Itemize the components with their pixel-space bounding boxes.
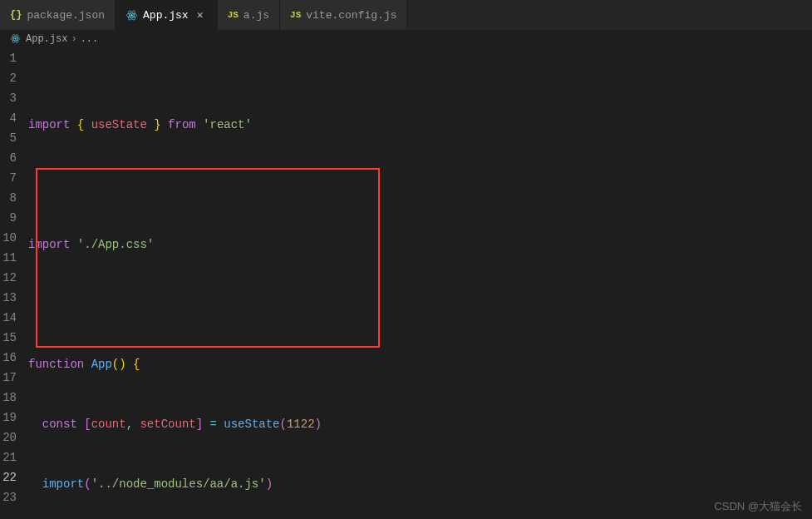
tab-a-js[interactable]: JS a.js bbox=[218, 0, 280, 30]
line-number: 21 bbox=[0, 447, 17, 467]
tab-label: App.jsx bbox=[143, 9, 189, 22]
line-number: 19 bbox=[0, 408, 17, 428]
line-number: 5 bbox=[0, 128, 17, 148]
tab-package-json[interactable]: {} package.json bbox=[0, 0, 116, 30]
tab-bar: {} package.json App.jsx ✕ JS a.js JS vit… bbox=[0, 0, 812, 30]
tab-app-jsx[interactable]: App.jsx ✕ bbox=[116, 0, 218, 30]
tab-label: vite.config.js bbox=[306, 9, 396, 22]
line-number: 18 bbox=[0, 388, 17, 408]
line-number: 14 bbox=[0, 308, 17, 328]
close-icon[interactable]: ✕ bbox=[194, 8, 207, 22]
code-area[interactable]: import { useState } from 'react' import … bbox=[28, 48, 812, 519]
line-number: 6 bbox=[0, 148, 17, 168]
line-number: 12 bbox=[0, 268, 17, 288]
watermark: CSDN @大猫会长 bbox=[714, 499, 802, 514]
line-gutter: 1 2 3 4 5 6 7 8 9 10 11 12 13 14 15 16 1… bbox=[0, 48, 28, 519]
line-number: 17 bbox=[0, 368, 17, 388]
code-line bbox=[28, 294, 812, 314]
svg-point-0 bbox=[130, 14, 133, 17]
react-icon bbox=[10, 33, 22, 46]
line-number: 3 bbox=[0, 88, 17, 108]
line-number: 4 bbox=[0, 108, 17, 128]
code-line: import('../node_modules/aa/a.js') bbox=[28, 474, 812, 494]
react-icon bbox=[125, 9, 138, 22]
line-number: 15 bbox=[0, 328, 17, 348]
tab-vite-config[interactable]: JS vite.config.js bbox=[280, 0, 407, 30]
line-number: 2 bbox=[0, 68, 17, 88]
svg-point-4 bbox=[14, 37, 16, 39]
json-icon: {} bbox=[10, 9, 22, 21]
tab-label: package.json bbox=[27, 9, 105, 22]
line-number: 9 bbox=[0, 208, 17, 228]
js-icon: JS bbox=[228, 10, 239, 20]
line-number: 7 bbox=[0, 168, 17, 188]
line-number: 13 bbox=[0, 288, 17, 308]
line-number: 16 bbox=[0, 348, 17, 368]
line-number: 10 bbox=[0, 228, 17, 248]
code-line: function App() { bbox=[28, 354, 812, 374]
breadcrumb-more: ... bbox=[81, 33, 99, 45]
breadcrumb-file: App.jsx bbox=[26, 33, 67, 45]
chevron-right-icon: › bbox=[71, 33, 76, 45]
tab-label: a.js bbox=[244, 9, 269, 22]
line-number: 11 bbox=[0, 248, 17, 268]
line-number: 23 bbox=[0, 487, 17, 507]
editor[interactable]: 1 2 3 4 5 6 7 8 9 10 11 12 13 14 15 16 1… bbox=[0, 48, 812, 519]
code-line bbox=[28, 175, 812, 195]
breadcrumb[interactable]: App.jsx › ... bbox=[0, 30, 812, 48]
js-icon: JS bbox=[290, 10, 301, 20]
line-number: 1 bbox=[0, 48, 17, 68]
line-number: 8 bbox=[0, 188, 17, 208]
code-line: const [count, setCount] = useState(1122) bbox=[28, 414, 812, 434]
line-number: 20 bbox=[0, 428, 17, 447]
highlight-box bbox=[36, 168, 380, 348]
code-line: import './App.css' bbox=[28, 235, 812, 255]
line-number: 22 bbox=[0, 467, 17, 487]
code-line: import { useState } from 'react' bbox=[28, 115, 812, 135]
